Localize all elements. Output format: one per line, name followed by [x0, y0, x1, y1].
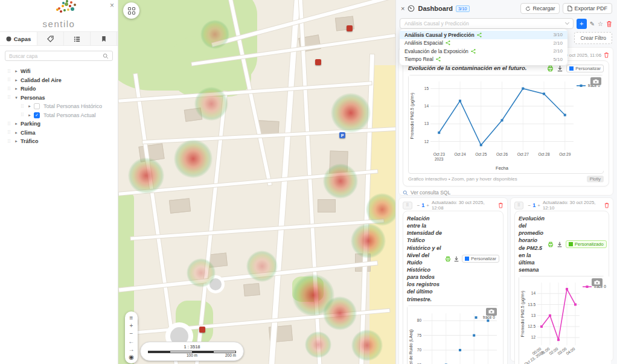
favorite-star-icon[interactable]: ☆ [598, 21, 603, 27]
delete-dashboard-icon[interactable] [606, 21, 612, 27]
map[interactable]: P P ≡ + − ← → ◉ 1 : 3518 100 m 200 m [118, 0, 396, 364]
edit-icon[interactable]: ✎ [590, 21, 595, 27]
caret-icon[interactable]: ▸ [13, 130, 19, 135]
order-stepper: − 1 + [417, 202, 429, 208]
drag-handle-icon[interactable]: ⠿ [7, 130, 13, 135]
view-sql-label: Ver consulta SQL [411, 190, 450, 196]
drag-handle-icon[interactable]: ⠿ [7, 95, 13, 100]
delete-chart-icon[interactable] [604, 52, 609, 58]
drag-handle-icon[interactable]: ⠿ [7, 139, 13, 144]
layer-item-wifi[interactable]: ⠿▸Wifi [0, 67, 118, 76]
export-pdf-button[interactable]: Exportar PDF [563, 3, 612, 14]
delete-chart-icon[interactable] [604, 202, 609, 208]
map-building [138, 143, 164, 162]
reload-button[interactable]: Recargar [520, 3, 560, 14]
camera-icon[interactable] [592, 278, 603, 286]
print-icon[interactable] [548, 241, 554, 247]
layer-item-total-personas-actual[interactable]: ⠿▸✓Total Personas Actual [0, 111, 118, 120]
chevron-down-icon [565, 21, 569, 25]
layer-item-parking[interactable]: ⠿▸Parking [0, 120, 118, 129]
drag-handle[interactable]: ⠿ [514, 202, 523, 209]
download-icon[interactable] [557, 65, 563, 72]
caret-icon[interactable]: ▸ [13, 69, 19, 74]
caret-icon[interactable]: ▸ [13, 86, 19, 91]
add-dashboard-button[interactable]: + [577, 19, 587, 29]
tab-tags[interactable] [37, 32, 64, 45]
poi-marker[interactable] [315, 59, 321, 65]
stepper-plus[interactable]: + [537, 203, 540, 208]
layer-checkbox[interactable] [34, 103, 40, 109]
back-button[interactable]: ← [125, 337, 138, 345]
drag-handle-icon[interactable]: ⠿ [21, 104, 27, 109]
tab-bookmarks[interactable] [91, 32, 117, 45]
map-building [184, 107, 203, 122]
personalize-button[interactable]: Personalizar [566, 65, 604, 72]
download-icon[interactable] [557, 241, 563, 247]
svg-text:12: 12 [424, 139, 429, 144]
layer-item-tráfico[interactable]: ⠿▸Tráfico [0, 137, 118, 146]
download-icon[interactable] [453, 256, 459, 262]
poi-marker[interactable] [199, 327, 205, 333]
layers-icon[interactable]: ≡ [125, 314, 138, 322]
drag-handle[interactable]: ⠿ [403, 202, 412, 209]
forward-button[interactable]: → [125, 345, 138, 353]
caret-icon[interactable]: ▸ [13, 78, 19, 83]
dropdown-option[interactable]: Análisis Espacial2/10 [400, 39, 567, 48]
parking-marker[interactable]: P [339, 132, 345, 138]
dashboard-filter-select[interactable]: Análisis Causal y Predicción [400, 18, 574, 29]
zoom-out-button[interactable]: − [125, 330, 138, 337]
dropdown-option[interactable]: Análisis Causal y Predicción3/10 [400, 31, 567, 39]
logo-text: sentilo [43, 19, 75, 29]
locate-icon[interactable]: ◉ [125, 353, 138, 361]
view-sql-link[interactable]: Ver consulta SQL [403, 188, 609, 197]
drag-handle-icon[interactable]: ⠿ [7, 121, 13, 127]
plotly-badge[interactable]: Plotly [587, 176, 604, 182]
caret-icon[interactable]: ▸ [13, 121, 19, 126]
layer-item-total-personas-histórico[interactable]: ⠿▸Total Personas Histórico [0, 102, 118, 111]
chart-section-top: ⠿ − 1 + Actualizado: 30 oct 2025, 11:06 … [398, 47, 613, 196]
caret-icon[interactable]: ▸ [13, 139, 19, 144]
reload-label: Recargar [532, 5, 555, 11]
zoom-in-button[interactable]: + [125, 322, 138, 330]
camera-icon[interactable] [590, 77, 601, 85]
delete-chart-icon[interactable] [498, 202, 504, 208]
layer-item-calidad-del-aire[interactable]: ⠿▸Calidad del Aire [0, 76, 118, 85]
tab-list[interactable] [64, 32, 91, 45]
layer-checkbox[interactable]: ✓ [34, 112, 40, 118]
stepper-minus[interactable]: − [528, 203, 531, 208]
camera-icon[interactable] [486, 308, 497, 316]
option-label: Análisis Causal y Predicción [404, 32, 475, 38]
search-input[interactable] [9, 53, 103, 59]
layer-search[interactable] [5, 51, 113, 61]
svg-text:Oct 27: Oct 27 [517, 152, 529, 156]
layer-item-ruido[interactable]: ⠿▸Ruido [0, 85, 118, 94]
caret-icon[interactable]: ▸ [27, 113, 33, 118]
svg-text:Fecha: Fecha [496, 165, 509, 171]
close-icon[interactable]: × [401, 5, 404, 12]
map-grid-button[interactable] [123, 2, 139, 19]
dropdown-option[interactable]: Evaluación de la Exposición2/10 [400, 47, 567, 56]
personalize-button[interactable]: Personalizar [462, 255, 499, 263]
drag-handle-icon[interactable]: ⠿ [7, 86, 13, 92]
layer-item-personas[interactable]: ⠿▾Personas [0, 94, 118, 103]
drag-handle-icon[interactable]: ⠿ [7, 69, 13, 74]
stepper-plus[interactable]: + [426, 203, 429, 208]
create-filter-button[interactable]: Crear Filtro [574, 32, 612, 44]
svg-text:Oct 26: Oct 26 [496, 152, 508, 156]
pollution-line-chart[interactable]: 12131415Oct 232023Oct 24Oct 25Oct 26Oct … [409, 75, 607, 171]
pm25-week-line-chart[interactable]: 1212.51313.51400:00Oct 23, 202301:0002:0… [519, 276, 611, 364]
tab-capas[interactable]: Capas [0, 32, 37, 45]
app-root: { "sidebar": { "logo_text": "sentilo", "… [0, 0, 617, 364]
print-icon[interactable] [547, 65, 554, 72]
personalized-button[interactable]: Personalizado [566, 240, 607, 248]
dropdown-option[interactable]: Tiempo Real5/10 [400, 56, 567, 64]
drag-handle-icon[interactable]: ⠿ [21, 112, 27, 118]
poi-marker[interactable] [347, 25, 353, 31]
personalize-label: Personalizar [575, 66, 601, 71]
drag-handle-icon[interactable]: ⠿ [7, 77, 13, 83]
caret-icon[interactable]: ▾ [13, 95, 19, 100]
print-icon[interactable] [445, 256, 451, 262]
stepper-minus[interactable]: − [417, 203, 420, 208]
layer-item-clima[interactable]: ⠿▸Clima [0, 129, 118, 138]
caret-icon[interactable]: ▸ [27, 104, 33, 109]
